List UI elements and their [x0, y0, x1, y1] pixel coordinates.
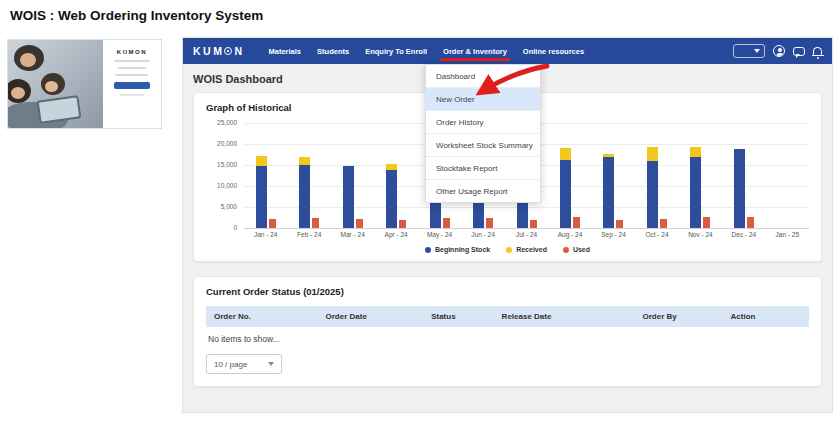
wois-app-window: KUM N MaterialsStudentsEnquiry To Enroll…: [183, 38, 832, 412]
bar-group-aug-24: [548, 148, 591, 228]
legend-item-used: Used: [563, 246, 590, 253]
y-tick-label: 10,000: [217, 182, 237, 189]
tablet-shape: [37, 95, 82, 124]
x-tick-label: May - 24: [418, 231, 461, 238]
received-bar: [647, 147, 658, 161]
stacked-bar: [603, 154, 614, 228]
x-tick-label: Jul - 24: [505, 231, 548, 238]
bar-group-feb-24: [287, 157, 330, 228]
used-bar: [573, 217, 580, 228]
menu-item-stocktake-report[interactable]: Stocktake Report: [426, 157, 540, 180]
page-size-select[interactable]: 10 / page: [206, 354, 282, 374]
placeholder-line: [114, 60, 150, 62]
used-bar: [660, 219, 667, 228]
y-tick-label: 5,000: [221, 203, 237, 210]
chart-x-axis: Jan - 24Feb - 24Mar - 24Apr - 24May - 24…: [244, 231, 809, 238]
placeholder-line: [120, 94, 144, 96]
bell-icon[interactable]: [813, 47, 822, 55]
legend-dot: [563, 247, 569, 253]
stacked-bar: [386, 164, 397, 228]
menu-item-worksheet-stock-summary[interactable]: Worksheet Stock Summary: [426, 134, 540, 157]
x-tick-label: Aug - 24: [548, 231, 591, 238]
received-bar: [256, 156, 267, 166]
bar-group-oct-24: [635, 147, 678, 228]
order-table-header: Order No.Order DateStatusRelease DateOrd…: [206, 306, 809, 327]
legend-label: Used: [573, 246, 590, 253]
menu-item-other-usage-report[interactable]: Other Usage Report: [426, 180, 540, 202]
beginning-stock-bar: [647, 161, 658, 228]
nav-item-materials[interactable]: Materials: [261, 41, 310, 62]
stacked-bar: [256, 156, 267, 228]
beginning-stock-bar: [603, 157, 614, 228]
beginning-stock-bar: [343, 166, 354, 228]
chevron-down-icon: [268, 362, 274, 366]
top-navbar: KUM N MaterialsStudentsEnquiry To Enroll…: [183, 38, 832, 64]
nav-items: MaterialsStudentsEnquiry To EnrollOrder …: [261, 41, 593, 62]
bar-group-jan-24: [244, 156, 287, 228]
navbar-dropdown[interactable]: [733, 44, 765, 58]
order-inventory-menu: DashboardNew OrderOrder HistoryWorksheet…: [425, 64, 541, 203]
bar-group-mar-24: [331, 166, 374, 228]
legend-item-beginning-stock: Beginning Stock: [425, 246, 490, 253]
chat-icon[interactable]: [793, 47, 805, 56]
column-header-release-date: Release Date: [502, 312, 643, 321]
stacked-bar: [690, 147, 701, 228]
legend-dot: [425, 247, 431, 253]
x-tick-label: Jun - 24: [461, 231, 504, 238]
y-tick-label: 0: [233, 224, 237, 231]
logo-o-icon: [224, 47, 232, 55]
stacked-bar: [299, 157, 310, 228]
column-header-order-no: Order No.: [214, 312, 326, 321]
used-bar: [356, 219, 363, 228]
user-avatar-icon[interactable]: [773, 45, 785, 57]
menu-item-order-history[interactable]: Order History: [426, 111, 540, 134]
x-tick-label: Apr - 24: [374, 231, 417, 238]
used-bar: [443, 218, 450, 228]
x-tick-label: Oct - 24: [635, 231, 678, 238]
annotation-underline: [440, 58, 510, 61]
x-tick-label: Jan - 25: [766, 231, 809, 238]
stacked-bar: [560, 148, 571, 228]
photo-shape: [20, 53, 36, 67]
used-bar: [486, 218, 493, 228]
received-bar: [560, 148, 571, 160]
used-bar: [703, 217, 710, 228]
column-header-order-date: Order Date: [326, 312, 432, 321]
used-bar: [399, 220, 406, 228]
bar-group-nov-24: [679, 147, 722, 228]
received-bar: [690, 147, 701, 157]
kumon-logo: KUM N: [193, 45, 245, 57]
thumbnail-photo: [8, 40, 103, 128]
page-title: WOIS : Web Ordering Inventory System: [10, 8, 263, 23]
kumon-brand-text: KUMON: [117, 49, 147, 55]
nav-item-online-resources[interactable]: Online resources: [515, 41, 592, 62]
nav-item-order-inventory[interactable]: Order & Inventory: [435, 41, 515, 62]
order-status-title: Current Order Status (01/2025): [206, 286, 809, 297]
used-bar: [312, 218, 319, 228]
beginning-stock-bar: [560, 160, 571, 228]
column-header-status: Status: [431, 312, 501, 321]
login-button-shape: [114, 82, 150, 89]
menu-item-new-order[interactable]: New Order: [426, 88, 540, 111]
stacked-bar: [647, 147, 658, 228]
chart-legend: Beginning StockReceivedUsed: [206, 246, 809, 253]
grid-line: [244, 228, 809, 229]
nav-item-students[interactable]: Students: [309, 41, 357, 62]
x-tick-label: Sep - 24: [592, 231, 635, 238]
used-bar: [530, 220, 537, 228]
bar-group-apr-24: [374, 164, 417, 228]
bar-group-sep-24: [592, 154, 635, 228]
navbar-right-controls: [733, 44, 822, 58]
menu-item-dashboard[interactable]: Dashboard: [426, 65, 540, 88]
chart-y-axis: 25,00020,00015,00010,0005,0000: [206, 123, 244, 228]
chevron-down-icon: [754, 49, 760, 53]
beginning-stock-bar: [386, 170, 397, 228]
screenshot-canvas: WOIS : Web Ordering Inventory System KUM…: [0, 0, 840, 443]
nav-item-enquiry-to-enroll[interactable]: Enquiry To Enroll: [357, 41, 435, 62]
placeholder-line: [118, 67, 146, 69]
logo-text-right: N: [234, 45, 244, 57]
beginning-stock-bar: [734, 149, 745, 228]
x-tick-label: Jan - 24: [244, 231, 287, 238]
beginning-stock-bar: [299, 165, 310, 228]
placeholder-line: [115, 74, 148, 76]
